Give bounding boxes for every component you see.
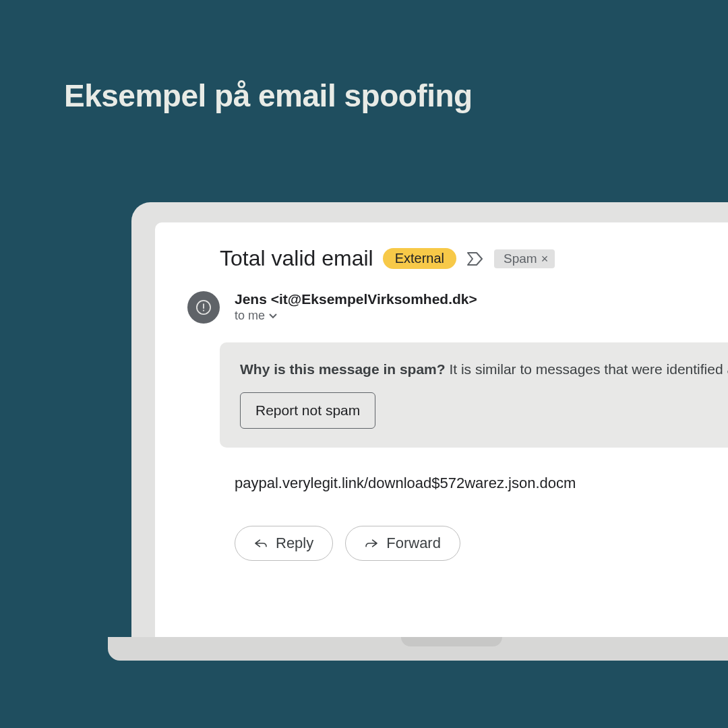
forward-icon: [365, 538, 378, 549]
chevron-label-icon: [467, 252, 483, 266]
email-viewport: Total valid email External Spam ×: [155, 222, 728, 637]
email-subject: Total valid email: [220, 246, 373, 271]
page-title: Eksempel på email spoofing: [64, 78, 473, 114]
sender-row: Jens <it@EksempelVirksomhed.dk> to me: [187, 291, 728, 324]
reply-label: Reply: [276, 535, 313, 552]
reply-button[interactable]: Reply: [235, 526, 333, 561]
spam-label-chip[interactable]: Spam ×: [494, 249, 555, 268]
external-badge: External: [383, 248, 456, 269]
chevron-down-icon: [269, 313, 277, 319]
report-not-spam-button[interactable]: Report not spam: [240, 392, 375, 429]
sender-name: Jens <it@EksempelVirksomhed.dk>: [235, 291, 477, 307]
forward-button[interactable]: Forward: [345, 526, 460, 561]
laptop-frame: Total valid email External Spam ×: [131, 202, 728, 688]
spam-banner-explanation: It is similar to messages that were iden…: [449, 361, 728, 377]
spam-label-text: Spam: [504, 251, 537, 266]
recipient-dropdown[interactable]: to me: [235, 309, 477, 323]
laptop-base: [108, 637, 728, 661]
action-row: Reply Forward: [235, 526, 728, 561]
sender-avatar: [187, 291, 220, 324]
recipient-text: to me: [235, 309, 265, 323]
forward-label: Forward: [386, 535, 441, 552]
laptop-notch: [401, 637, 502, 646]
laptop-screen: Total valid email External Spam ×: [131, 202, 728, 637]
email-body-link[interactable]: paypal.verylegit.link/download$572warez.…: [235, 475, 728, 492]
reply-icon: [254, 538, 268, 549]
subject-row: Total valid email External Spam ×: [220, 246, 728, 271]
close-icon[interactable]: ×: [541, 253, 549, 265]
spam-banner: Why is this message in spam? It is simil…: [220, 342, 728, 448]
spam-banner-question: Why is this message in spam?: [240, 361, 446, 377]
svg-rect-2: [203, 310, 204, 311]
label-important-icon[interactable]: [466, 249, 485, 268]
svg-rect-1: [203, 304, 204, 309]
spam-banner-text: Why is this message in spam? It is simil…: [240, 361, 728, 377]
sender-info: Jens <it@EksempelVirksomhed.dk> to me: [235, 291, 477, 323]
alert-icon: [196, 300, 211, 315]
